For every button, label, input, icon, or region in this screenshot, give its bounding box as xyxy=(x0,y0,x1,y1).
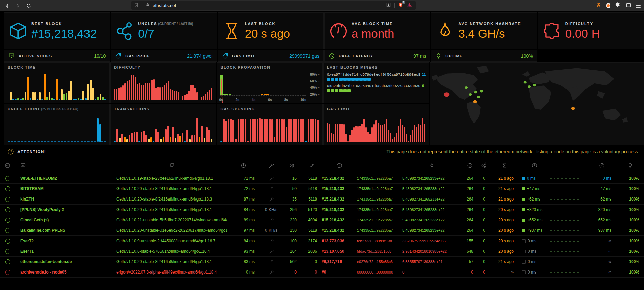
node-block[interactable]: #15,218,432 xyxy=(322,197,357,202)
address-bar[interactable]: ethstats.net 1 xyxy=(131,1,416,10)
node-map-pin[interactable] xyxy=(469,93,472,96)
users-header-icon[interactable] xyxy=(283,162,301,168)
node-name[interactable]: EserT2 xyxy=(15,239,116,243)
histogram-bars xyxy=(220,74,306,96)
node-table-row[interactable]: [PPLNS] WoolyPooly 2Geth/v1.10.20-stable… xyxy=(0,205,644,215)
bulb-header-icon[interactable] xyxy=(616,162,644,168)
node-type: Geth/v1.10.21-unstable-5b5dfba7-20220714… xyxy=(116,218,227,222)
node-table-row[interactable]: WISE-ETHEREUM2Geth/v1.10.19-stable-23bee… xyxy=(0,173,644,184)
node-map-pin[interactable] xyxy=(480,90,483,92)
node-block[interactable]: #15,218,432 xyxy=(322,218,357,222)
node-block-hash[interactable]: 174335c1...9a228ba7 xyxy=(357,228,402,232)
node-map-pin[interactable] xyxy=(444,92,449,97)
node-name[interactable]: WISE-ETHEREUM2 xyxy=(15,176,116,181)
node-block-hash[interactable]: feb27336...89d9e13d xyxy=(357,239,402,243)
private-extension-icon[interactable] xyxy=(606,3,610,8)
brave-shield-icon[interactable]: 1 xyxy=(398,2,403,9)
node-map-pin[interactable] xyxy=(465,86,468,89)
node-name[interactable]: [PPLNS] WoolyPooly 2 xyxy=(15,207,116,212)
node-uptime: 100% xyxy=(616,218,644,222)
node-name[interactable]: archivenode.io - node05 xyxy=(15,270,116,275)
clock-header-icon[interactable] xyxy=(227,162,259,168)
node-block-hash[interactable]: e0276e72...155c86c6 xyxy=(357,260,402,264)
chart-bar xyxy=(196,92,198,100)
reader-mode-icon[interactable] xyxy=(386,2,391,9)
node-block[interactable]: #15,218,432 xyxy=(322,176,357,181)
node-table-row[interactable]: BITSTRΞAMGeth/v1.10.20-stable-8f2416a8/l… xyxy=(0,184,644,194)
url-text[interactable]: ethstats.net xyxy=(153,3,386,8)
node-name[interactable]: Glocal Geth (s) xyxy=(15,218,116,222)
reload-icon[interactable] xyxy=(26,3,32,9)
node-block[interactable]: #13,773,036 xyxy=(322,239,357,243)
check-header-icon[interactable] xyxy=(0,162,15,168)
node-name[interactable]: kinΞTH xyxy=(15,197,116,202)
node-map-pin[interactable] xyxy=(524,81,527,83)
node-table-row[interactable]: BaikalMine.com PPLNSGeth/v1.10.20-unstab… xyxy=(0,225,644,236)
node-block-hash[interactable]: 174335c1...9a228ba7 xyxy=(357,218,402,222)
node-map-pin[interactable] xyxy=(477,96,480,98)
node-table-row[interactable]: ethereum.stefan-benten.deGeth/v1.10.20-s… xyxy=(0,257,644,267)
triangle-extension-icon[interactable] xyxy=(407,2,412,9)
pickaxe-icon xyxy=(259,197,283,202)
node-block-hash[interactable]: 174335c1...9a228ba7 xyxy=(357,197,402,201)
node-block-hash[interactable]: 5fdac73d...262c1bc8 xyxy=(357,249,402,253)
node-map-pin[interactable] xyxy=(474,91,477,93)
back-icon[interactable] xyxy=(4,3,10,9)
chart-bar xyxy=(129,135,130,142)
node-name[interactable]: BITSTRΞAM xyxy=(15,186,116,191)
node-name[interactable]: BaikalMine.com PPLNS xyxy=(15,228,116,233)
bookmark-icon[interactable] xyxy=(134,2,138,9)
node-block[interactable]: #0 xyxy=(322,270,357,275)
chart-bar xyxy=(329,124,330,142)
node-name[interactable]: EserT1 xyxy=(15,249,116,254)
node-block[interactable]: #15,218,432 xyxy=(322,186,357,191)
flame-header-icon[interactable] xyxy=(402,162,461,168)
hourglass-header-icon[interactable] xyxy=(490,162,518,168)
chart-bar xyxy=(141,132,142,142)
wallet-icon[interactable] xyxy=(625,2,631,9)
node-map-pin[interactable] xyxy=(528,85,531,88)
node-map-pin[interactable] xyxy=(571,107,575,110)
check-header-icon[interactable] xyxy=(461,162,478,168)
node-total-difficulty: 3.6206751599115524e+22 xyxy=(402,239,461,243)
browser-menu-icon[interactable] xyxy=(636,4,641,8)
node-block-hash[interactable]: 174335c1...9a228ba7 xyxy=(357,187,402,191)
pickaxe-header-icon[interactable] xyxy=(259,162,283,168)
node-map-pin[interactable] xyxy=(473,100,477,103)
node-table-row[interactable]: EserT1Geth/v1.10.6-stable-576681f2/linux… xyxy=(0,246,644,257)
node-block-hash[interactable]: 174335c1...9a228ba7 xyxy=(357,208,402,212)
node-table-row[interactable]: archivenode.io - node05erigon/v2022.07.3… xyxy=(0,267,644,278)
node-table-row[interactable]: Glocal Geth (s)Geth/v1.10.21-unstable-5b… xyxy=(0,215,644,225)
laptop-header-icon[interactable] xyxy=(116,162,227,168)
node-block[interactable]: #13,107,650 xyxy=(322,249,357,254)
node-block[interactable]: #15,218,432 xyxy=(322,207,357,212)
node-pending: 4094 xyxy=(301,218,322,222)
metamask-icon[interactable] xyxy=(596,2,602,9)
node-block-hash[interactable]: 00000000...00000000 xyxy=(357,270,402,274)
node-block-hash[interactable]: 174335c1...9a228ba7 xyxy=(357,176,402,180)
node-uncle-count: 0 xyxy=(478,249,490,254)
chart-bar xyxy=(78,98,79,100)
uncles-header-icon[interactable] xyxy=(478,162,490,168)
gauge-header-icon[interactable] xyxy=(587,162,616,168)
pencil-header-icon[interactable] xyxy=(301,162,322,168)
forward-icon[interactable] xyxy=(15,3,21,9)
node-block[interactable]: #15,218,432 xyxy=(322,228,357,233)
node-map-pin[interactable] xyxy=(533,84,536,86)
node-block[interactable]: #6,317,719 xyxy=(322,259,357,264)
extensions-puzzle-icon[interactable] xyxy=(615,2,621,9)
chart-bar xyxy=(177,134,179,142)
node-table-row[interactable]: EserT2Geth/v1.10.9-unstable-2d445008/lin… xyxy=(0,236,644,246)
chart-bar xyxy=(160,139,162,142)
chart-bar xyxy=(168,81,169,100)
monitor-header-icon[interactable] xyxy=(15,162,116,168)
attention-label: ATTENTION! xyxy=(17,150,46,154)
propagation-value: +652 ms xyxy=(527,218,542,222)
node-table-row[interactable]: kinΞTHGeth/v1.10.20-stable-8f2416a8/linu… xyxy=(0,194,644,205)
gauge-header-icon[interactable] xyxy=(518,162,550,168)
node-tx-count: 155 xyxy=(461,239,478,243)
uncles-icon xyxy=(114,21,135,41)
node-name[interactable]: ethereum.stefan-benten.de xyxy=(15,259,116,264)
cube-header-icon[interactable] xyxy=(322,162,357,168)
chart-bar xyxy=(365,127,367,142)
